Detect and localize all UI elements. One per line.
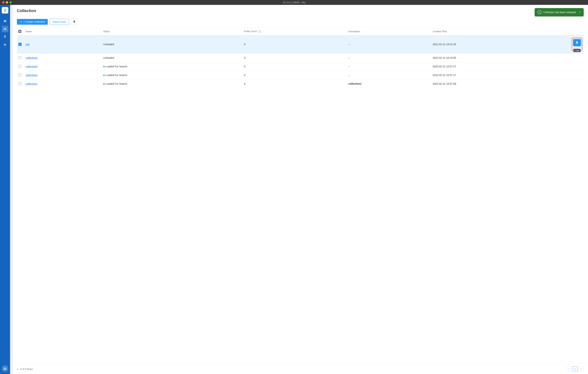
created-time: 2022-02-21 15:57:17 <box>431 71 569 79</box>
sidebar-bottom <box>2 365 8 372</box>
col-created-time: Created Time <box>431 28 569 35</box>
collections-table: Name Status Entity Count i Description C… <box>17 28 584 88</box>
entity-count: 0 <box>243 35 347 53</box>
created-time: 2022-02-21 15:57:09 <box>431 79 569 88</box>
table-row: collection3Loaded For Search0–2022-02-21… <box>17 62 584 71</box>
entity-count-info-icon[interactable]: i <box>258 30 261 33</box>
sidebar: Z <box>0 5 10 374</box>
status-text: Loaded For Search <box>106 74 127 77</box>
row-checkbox[interactable] <box>18 82 21 85</box>
main-content: ✓ Collection has been released × Collect… <box>13 5 588 374</box>
page-title: Collection <box>17 9 36 13</box>
maximize-button[interactable] <box>9 1 12 4</box>
status-text: Unloaded <box>103 56 114 59</box>
col-description: Description <box>347 28 431 35</box>
load-button-wrapper: Load <box>572 38 582 51</box>
sidebar-item-collection[interactable] <box>2 26 8 32</box>
entity-count: 0 <box>243 79 347 88</box>
app-logo[interactable]: Z <box>2 7 8 13</box>
toast-message: Collection has been released <box>543 11 576 14</box>
status-text: Unloaded <box>103 43 114 46</box>
row-checkbox[interactable] <box>18 56 21 59</box>
toolbar: + Create Collection Import Data <box>13 16 588 28</box>
table-row: ✓testUnloaded0–2022-02-21 16:31:29 Load <box>17 35 584 53</box>
row-checkbox[interactable]: ✓ <box>18 43 22 46</box>
created-time: 2022-02-21 16:15:05 <box>431 53 569 62</box>
rows-info: 1 - 5 of 5 Rows <box>17 368 33 370</box>
current-page: 1 <box>573 366 578 372</box>
table-row: collection1Loaded For Search0collection1… <box>17 79 584 88</box>
collection-name-link[interactable]: test <box>26 43 30 46</box>
table-footer: 1 - 5 of 5 Rows ‹ 1 › <box>13 364 588 374</box>
created-time: 2022-02-21 15:57:27 <box>431 62 569 71</box>
delete-button[interactable] <box>71 19 78 25</box>
toast-notification: ✓ Collection has been released × <box>535 8 584 16</box>
col-name: Name <box>24 28 102 35</box>
load-tooltip: Load <box>573 49 581 52</box>
col-entity-count: Entity Count i <box>243 28 347 35</box>
description: – <box>347 71 431 79</box>
entity-count: 0 <box>243 53 347 62</box>
status-indicator <box>103 66 105 67</box>
main-header: Collection 127.0.0.1:19530 Running <box>13 5 588 16</box>
sidebar-collapse-bar[interactable]: › <box>10 5 13 374</box>
description: – <box>347 35 431 53</box>
status-indicator <box>103 83 105 85</box>
description: – <box>347 62 431 71</box>
sidebar-item-asterisk[interactable] <box>2 42 8 48</box>
select-all-checkbox[interactable] <box>18 30 21 33</box>
import-data-button[interactable]: Import Data <box>50 19 69 25</box>
status-text: Loaded For Search <box>106 65 127 68</box>
traffic-lights <box>2 1 12 4</box>
title-bar: 127.0.0.1:19530 - Attu <box>0 0 588 5</box>
window-title: 127.0.0.1:19530 - Attu <box>283 1 305 4</box>
status-text: Loaded For Search <box>106 82 127 85</box>
collection-name-link[interactable]: collection1 <box>26 82 38 85</box>
toast-check-icon: ✓ <box>537 10 542 14</box>
col-status: Status <box>102 28 243 35</box>
user-avatar[interactable] <box>2 365 8 372</box>
created-time: 2022-02-21 16:31:29 <box>431 35 569 53</box>
sidebar-item-home[interactable] <box>2 18 8 24</box>
table-row: collection4Unloaded0–2022-02-21 16:15:05 <box>17 53 584 62</box>
status-indicator <box>103 75 105 76</box>
row-checkbox[interactable] <box>18 65 21 68</box>
description: – <box>347 53 431 62</box>
entity-count: 0 <box>243 62 347 71</box>
next-page-button[interactable]: › <box>579 366 584 372</box>
create-collection-button[interactable]: + Create Collection <box>17 19 48 25</box>
prev-page-button[interactable]: ‹ <box>566 366 571 372</box>
sidebar-item-lightning[interactable] <box>2 34 8 40</box>
table-row: collection2Loaded For Search0–2022-02-21… <box>17 71 584 79</box>
pagination: ‹ 1 › <box>566 366 584 372</box>
entity-count: 0 <box>243 71 347 79</box>
minimize-button[interactable] <box>6 1 8 4</box>
close-button[interactable] <box>2 1 4 4</box>
load-button[interactable] <box>573 39 581 46</box>
collection-name-link[interactable]: collection3 <box>26 65 38 68</box>
toast-close-button[interactable]: × <box>579 11 581 14</box>
collections-table-container: Name Status Entity Count i Description C… <box>13 28 588 364</box>
collection-name-link[interactable]: collection2 <box>26 74 38 77</box>
collection-name-link[interactable]: collection4 <box>26 56 38 59</box>
description: collection1 <box>347 79 431 88</box>
row-checkbox[interactable] <box>18 73 21 76</box>
